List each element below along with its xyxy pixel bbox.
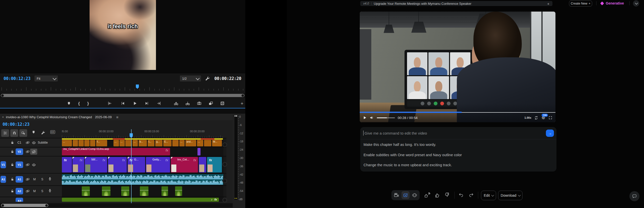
zoom-select[interactable]: Fit bbox=[34, 75, 58, 81]
subtitle-clip[interactable] bbox=[84, 140, 90, 146]
suggestion-item[interactable]: Change the music to a more upbeat and ex… bbox=[364, 163, 552, 167]
volume-slider[interactable] bbox=[377, 117, 395, 118]
playback-speed[interactable]: 1.00x bbox=[524, 116, 531, 119]
sfx-audio-clip[interactable] bbox=[102, 186, 110, 196]
video-clip[interactable]: fx bbox=[207, 157, 222, 173]
monitor-ruler[interactable] bbox=[0, 84, 245, 92]
video-clip[interactable] bbox=[199, 157, 206, 173]
add-marker-button[interactable] bbox=[66, 100, 72, 106]
timeline-scrollbar[interactable] bbox=[0, 203, 245, 207]
track-label-a2[interactable]: A2 bbox=[16, 188, 23, 194]
subtitle-clip[interactable] bbox=[78, 140, 84, 146]
mute-button[interactable]: M bbox=[33, 178, 36, 181]
mark-out-button[interactable]: } bbox=[85, 100, 91, 106]
extract-button[interactable] bbox=[185, 100, 191, 106]
timeline-playhead[interactable] bbox=[131, 129, 132, 203]
suggestion-item[interactable]: Enable subtitles with One word preset an… bbox=[364, 153, 552, 157]
scrollbar-handle-right[interactable] bbox=[242, 94, 244, 97]
track-target-icon[interactable] bbox=[26, 141, 30, 145]
subtitle-clip[interactable] bbox=[73, 140, 78, 146]
vertical-format-button[interactable] bbox=[412, 192, 417, 198]
quality-settings[interactable]: 720 bbox=[541, 115, 546, 120]
visibility-eye-off-button[interactable] bbox=[30, 149, 37, 155]
play-button[interactable] bbox=[363, 116, 367, 120]
timeline-ruler[interactable]: 05:0000:00:10:0000:00:15:0000:00:20:00 bbox=[62, 129, 226, 138]
video-clip[interactable]: Inv_Cet...fx bbox=[171, 157, 198, 173]
download-menu-button[interactable]: Download bbox=[498, 191, 522, 200]
video-clip[interactable]: fx bbox=[108, 157, 127, 173]
playhead-marker[interactable] bbox=[136, 85, 139, 89]
video-clip[interactable]: 56f...fx bbox=[85, 157, 107, 173]
subtitle-clip[interactable]: M... bbox=[212, 140, 222, 146]
subtitle-clip[interactable]: ... bbox=[119, 140, 125, 146]
track-scrollbar-handle[interactable] bbox=[222, 162, 227, 167]
solo-button[interactable]: S bbox=[41, 189, 43, 193]
step-forward-button[interactable] bbox=[144, 100, 150, 106]
export-frame-button[interactable] bbox=[196, 100, 202, 106]
mic-icon[interactable] bbox=[48, 177, 52, 181]
video-player[interactable]: 00:28 / 00:54 1.00x 720 bbox=[360, 12, 555, 122]
marker-icon[interactable] bbox=[32, 130, 35, 134]
source-patch-a1[interactable]: A1 bbox=[1, 176, 6, 183]
project-header[interactable]: v4.0 Upgrade Your Remote Meetings with M… bbox=[360, 1, 552, 6]
wrench-icon[interactable] bbox=[41, 130, 46, 135]
track-label-c1[interactable]: C1 bbox=[16, 139, 23, 146]
subtitle-clip[interactable] bbox=[90, 140, 95, 146]
track-label-a3[interactable]: A3 bbox=[16, 198, 23, 202]
resolution-select[interactable]: 1/2 bbox=[180, 75, 201, 81]
scrollbar-handle-left[interactable] bbox=[1, 94, 4, 97]
volume-icon[interactable] bbox=[370, 115, 374, 120]
video-clip[interactable]: fx bbox=[62, 157, 72, 173]
sfx-audio-clip[interactable] bbox=[162, 186, 168, 196]
track-target-icon[interactable] bbox=[26, 163, 30, 167]
fullscreen-icon[interactable] bbox=[548, 116, 552, 120]
close-icon[interactable]: × bbox=[2, 115, 4, 119]
play-button[interactable] bbox=[132, 100, 138, 106]
panel-menu-icon[interactable]: ≡ bbox=[116, 115, 118, 119]
subtitle-clip[interactable]: E... bbox=[163, 140, 172, 146]
lock-icon[interactable] bbox=[11, 150, 14, 153]
mic-icon[interactable] bbox=[48, 188, 52, 193]
feedback-chat-button[interactable] bbox=[629, 191, 639, 201]
video-clip[interactable]: fxG... bbox=[128, 157, 145, 173]
ai-video-mode-button[interactable] bbox=[401, 191, 410, 199]
generative-toggle[interactable]: Generative bbox=[601, 1, 624, 6]
insert-button[interactable] bbox=[208, 100, 214, 106]
mute-button[interactable]: M bbox=[33, 189, 36, 193]
zoom-handle-right[interactable] bbox=[45, 204, 48, 207]
sfx-audio-clip[interactable] bbox=[82, 186, 90, 196]
track-target-icon[interactable] bbox=[26, 150, 30, 154]
add-tab-icon[interactable]: + bbox=[547, 2, 549, 6]
track-scrollbar-handle[interactable] bbox=[222, 198, 227, 202]
go-to-in-button[interactable] bbox=[107, 100, 113, 106]
subtitle-clip[interactable]: f... bbox=[96, 140, 107, 146]
command-input[interactable] bbox=[364, 131, 546, 136]
captions-cc-icon[interactable]: CC bbox=[50, 130, 55, 134]
video-clip[interactable]: Getty...fx bbox=[146, 157, 170, 173]
progress-bar[interactable] bbox=[360, 112, 555, 113]
subtitle-clip[interactable] bbox=[172, 140, 179, 146]
source-patch-v1[interactable]: V1 bbox=[1, 161, 6, 168]
subtitle-clip[interactable]: ... bbox=[197, 140, 203, 146]
track-label-a1[interactable]: A1 bbox=[16, 176, 23, 183]
video-preview[interactable]: it feels rich bbox=[90, 0, 156, 70]
redo-button[interactable] bbox=[468, 192, 474, 198]
sfx-audio-clip[interactable] bbox=[175, 186, 182, 196]
subtitle-clip[interactable]: ... bbox=[62, 140, 72, 146]
send-button[interactable]: → bbox=[546, 130, 554, 137]
monitor-scrollbar[interactable] bbox=[0, 93, 245, 98]
lock-icon[interactable] bbox=[11, 141, 14, 144]
mark-in-button[interactable]: { bbox=[76, 100, 82, 106]
zoom-handle-left[interactable] bbox=[2, 204, 4, 207]
video-clip[interactable] bbox=[197, 148, 200, 155]
camera-mode-button[interactable] bbox=[394, 192, 399, 198]
video-clip[interactable]: inv_Cetaphil Linked Comp 01/inv.aepfx bbox=[62, 148, 170, 155]
nest-settings-button[interactable] bbox=[1, 129, 9, 137]
track-target-icon[interactable] bbox=[26, 177, 30, 181]
create-new-button[interactable]: Create New + bbox=[569, 1, 592, 7]
visibility-eye-icon[interactable] bbox=[32, 141, 36, 145]
linked-selection-button[interactable] bbox=[19, 129, 27, 137]
lock-icon[interactable] bbox=[11, 163, 14, 167]
go-to-out-button[interactable] bbox=[156, 100, 162, 106]
loop-icon[interactable] bbox=[534, 116, 538, 120]
